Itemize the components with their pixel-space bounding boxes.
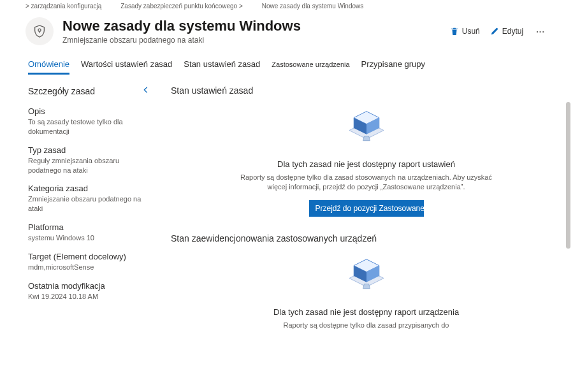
tab-applied-devices[interactable]: Zastosowane urządzenia: [272, 59, 349, 75]
field-value-target: mdm,microsoftSense: [28, 263, 150, 272]
empty-state-body: Raporty są dostępne tylko dla zasad stos…: [233, 173, 500, 192]
empty-state-title: Dla tych zasad nie jest dostępny raport …: [171, 307, 562, 317]
field-label-desc: Opis: [28, 106, 150, 116]
tab-bar: Omówienie Wartości ustawień zasad Stan u…: [0, 48, 573, 75]
policy-shield-icon: [25, 17, 54, 45]
tab-overview[interactable]: Omówienie: [28, 59, 69, 75]
trash-icon: [450, 27, 459, 36]
empty-state-body: Raporty są dostępne tylko dla zasad przy…: [233, 321, 500, 330]
scrollbar[interactable]: [566, 102, 570, 249]
go-to-applied-devices-button[interactable]: Przejdź do pozycji Zastosowane urządzeni…: [309, 200, 424, 217]
breadcrumb-item[interactable]: > zarządzania konfiguracją: [25, 3, 101, 10]
page-subtitle: Zmniejszanie obszaru podatnego na ataki: [62, 36, 441, 45]
svg-marker-12: [363, 284, 370, 288]
edit-button[interactable]: Edytuj: [490, 27, 523, 36]
page-title: Nowe zasady dla systemu Windows: [62, 18, 441, 34]
field-value-platform: systemu Windows 10: [28, 233, 150, 243]
field-label-modified: Ostatnia modyfikacja: [28, 281, 150, 291]
breadcrumb-current: Nowe zasady dla systemu Windows: [262, 3, 364, 10]
sidebar-title: Szczegóły zasad: [28, 86, 95, 96]
delete-button[interactable]: Usuń: [450, 27, 480, 36]
device-checkin-card: Stan zaewidencjonowania zastosowanych ur…: [171, 233, 562, 330]
field-value-modified: Kwi 19.2024 10.18 AM: [28, 292, 150, 301]
monitor-illustration: [171, 107, 562, 148]
card-title: Stan zaewidencjonowania zastosowanych ur…: [171, 233, 562, 243]
empty-state-title: Dla tych zasad nie jest dostępny raport …: [171, 159, 562, 169]
field-label-category: Kategoria zasad: [28, 184, 150, 193]
field-value-type: Reguły zmniejszania obszaru podatnego na…: [28, 156, 150, 175]
monitor-illustration: [171, 255, 562, 296]
breadcrumb-item[interactable]: Zasady zabezpieczeń punktu końcowego >: [120, 3, 243, 10]
breadcrumb: > zarządzania konfiguracją Zasady zabezp…: [0, 0, 573, 12]
chevron-left-icon: [141, 85, 150, 94]
collapse-sidebar-button[interactable]: [141, 85, 150, 96]
field-label-type: Typ zasad: [28, 145, 150, 155]
field-value-category: Zmniejszanie obszaru podatnego na ataki: [28, 194, 150, 214]
field-label-target: Target (Element docelowy): [28, 252, 150, 261]
main-content: Stan ustawień zasad Dla tych zasad nie j…: [156, 75, 573, 384]
page-header: Nowe zasady dla systemu Windows Zmniejsz…: [0, 12, 573, 48]
field-value-desc: To są zasady testowe tylko dla dokumenta…: [28, 117, 150, 136]
details-sidebar: Szczegóły zasad Opis To są zasady testow…: [28, 75, 156, 384]
pencil-icon: [490, 27, 499, 36]
tab-settings-status[interactable]: Stan ustawień zasad: [184, 59, 260, 75]
svg-point-0: [38, 29, 41, 31]
tab-settings-values[interactable]: Wartości ustawień zasad: [81, 59, 172, 75]
field-label-platform: Platforma: [28, 222, 150, 232]
svg-marker-6: [363, 136, 370, 141]
more-actions-button[interactable]: ···: [533, 27, 548, 36]
tab-assigned-groups[interactable]: Przypisane grupy: [361, 59, 425, 75]
settings-status-card: Stan ustawień zasad Dla tych zasad nie j…: [171, 85, 562, 217]
card-title: Stan ustawień zasad: [171, 85, 562, 96]
